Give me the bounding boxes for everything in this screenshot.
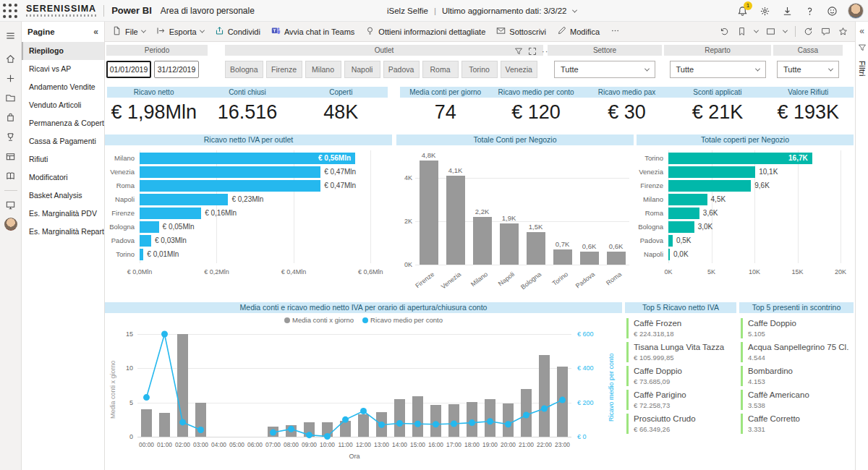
collapse-pages-icon[interactable]: «: [93, 27, 98, 37]
line-data-point[interactable]: [342, 416, 349, 423]
line-data-point[interactable]: [559, 397, 566, 403]
bar-roma[interactable]: [607, 252, 626, 265]
chevron-down-icon[interactable]: [571, 7, 576, 12]
line-data-point[interactable]: [161, 331, 168, 338]
reparto-dropdown[interactable]: Tutte: [670, 61, 766, 78]
outlet-button[interactable]: Padova: [383, 61, 420, 78]
line-data-point[interactable]: [541, 405, 548, 411]
bar-napoli[interactable]: [140, 194, 228, 205]
sidebar-page-item[interactable]: Andamento Vendite: [22, 78, 104, 96]
sidebar-page-item[interactable]: Riepilogo: [22, 42, 104, 60]
sidebar-page-item[interactable]: Venduto Articoli: [22, 96, 104, 114]
bar-bologna[interactable]: [668, 221, 694, 233]
file-button[interactable]: File: [112, 26, 145, 37]
line-data-point[interactable]: [414, 421, 421, 427]
data-hub-icon[interactable]: [1, 108, 20, 127]
sidebar-page-item[interactable]: Permanenza & Coperti: [22, 114, 104, 132]
bar-milano[interactable]: [473, 217, 492, 265]
bar-venezia[interactable]: [446, 176, 465, 265]
sidebar-page-item[interactable]: Basket Analysis: [22, 187, 104, 205]
learn-icon[interactable]: [1, 166, 20, 185]
settings-gear-icon[interactable]: [758, 4, 771, 17]
bar-milano[interactable]: [668, 194, 707, 205]
sidebar-page-item[interactable]: Es. Marginalità Reparto: [22, 223, 104, 241]
undo-icon[interactable]: [720, 27, 729, 36]
periodo-end-input[interactable]: [154, 61, 199, 78]
sidebar-page-item[interactable]: Ricavi vs AP: [22, 60, 104, 78]
more-button[interactable]: [610, 26, 620, 37]
expand-filters-icon[interactable]: «: [859, 26, 864, 36]
refresh-icon[interactable]: [804, 27, 813, 36]
line-data-point[interactable]: [179, 419, 186, 425]
line-data-point[interactable]: [396, 420, 403, 427]
menu-icon[interactable]: [1, 26, 20, 45]
line-data-point[interactable]: [505, 421, 511, 427]
line-data-point[interactable]: [306, 432, 312, 438]
download-icon[interactable]: [780, 4, 793, 17]
workspaces-icon[interactable]: [1, 147, 20, 166]
outlet-button[interactable]: Roma: [422, 61, 459, 78]
bar-venezia[interactable]: [668, 166, 755, 178]
bar-padova[interactable]: [580, 252, 599, 265]
line-data-point[interactable]: [197, 427, 204, 433]
line-data-point[interactable]: [469, 419, 475, 426]
rail-user-avatar[interactable]: [4, 218, 17, 231]
sidebar-page-item[interactable]: Rifiuti: [22, 150, 104, 168]
periodo-start-input[interactable]: [106, 61, 151, 78]
chevron-down-icon[interactable]: [783, 28, 788, 33]
browse-icon[interactable]: [1, 88, 20, 107]
app-launcher-icon[interactable]: [0, 0, 20, 22]
apps-icon[interactable]: [1, 195, 20, 214]
insights-button[interactable]: Ottieni informazioni dettagliate: [365, 26, 485, 37]
line-data-point[interactable]: [270, 430, 276, 436]
funnel-icon[interactable]: [514, 47, 523, 56]
edit-button[interactable]: Modifica: [557, 26, 600, 37]
outlet-button[interactable]: Bologna: [225, 61, 263, 78]
sidebar-page-item[interactable]: Cassa & Pagamenti: [22, 132, 104, 150]
bar-padova[interactable]: [668, 235, 673, 247]
bar-firenze[interactable]: [140, 208, 201, 219]
funnel-icon[interactable]: [858, 42, 867, 55]
line-data-point[interactable]: [451, 421, 457, 427]
line-data-point[interactable]: [378, 422, 385, 428]
profile-icon[interactable]: [1, 215, 20, 234]
bar-bologna[interactable]: [140, 221, 159, 233]
line-data-point[interactable]: [288, 426, 294, 432]
line-data-point[interactable]: [324, 433, 331, 440]
line-data-point[interactable]: [523, 411, 529, 418]
goals-icon[interactable]: [1, 127, 20, 146]
feedback-smiley-icon[interactable]: [825, 4, 838, 17]
create-icon[interactable]: [1, 69, 20, 87]
view-icon[interactable]: [766, 27, 775, 36]
outlet-button[interactable]: Torino: [461, 61, 498, 78]
outlet-button[interactable]: Milano: [305, 61, 341, 78]
settore-dropdown[interactable]: Tutte: [554, 61, 655, 78]
bar-venezia[interactable]: [140, 166, 320, 178]
star-icon[interactable]: [838, 27, 848, 36]
line-data-point[interactable]: [143, 394, 150, 401]
report-title[interactable]: iSelz Selfie: [387, 7, 428, 15]
bar-firenze[interactable]: [420, 161, 438, 265]
teams-button[interactable]: Avvia chat in Teams: [271, 26, 354, 37]
bar-torino[interactable]: [140, 249, 143, 260]
sidebar-page-item[interactable]: Es. Marginalità PDV: [22, 205, 104, 223]
bar-roma[interactable]: [668, 208, 699, 219]
bar-napoli[interactable]: [500, 223, 519, 265]
line-data-point[interactable]: [433, 421, 439, 427]
notifications-icon[interactable]: 1: [736, 4, 749, 17]
bookmark-icon[interactable]: [737, 27, 746, 36]
home-icon[interactable]: [1, 49, 20, 68]
outlet-button[interactable]: Venezia: [501, 61, 537, 78]
chevron-down-icon[interactable]: [754, 28, 759, 33]
bar-roma[interactable]: [140, 180, 320, 192]
focus-icon[interactable]: [528, 47, 537, 56]
subscribe-button[interactable]: Sottoscrivi: [496, 26, 546, 37]
comment-icon[interactable]: [821, 27, 830, 36]
bar-napoli[interactable]: [668, 249, 670, 260]
cassa-dropdown[interactable]: Tutte: [777, 61, 839, 78]
line-data-point[interactable]: [360, 408, 367, 414]
line-data-point[interactable]: [487, 418, 493, 424]
user-avatar[interactable]: [848, 3, 864, 19]
outlet-button[interactable]: Firenze: [266, 61, 302, 78]
export-button[interactable]: Esporta: [156, 26, 204, 37]
